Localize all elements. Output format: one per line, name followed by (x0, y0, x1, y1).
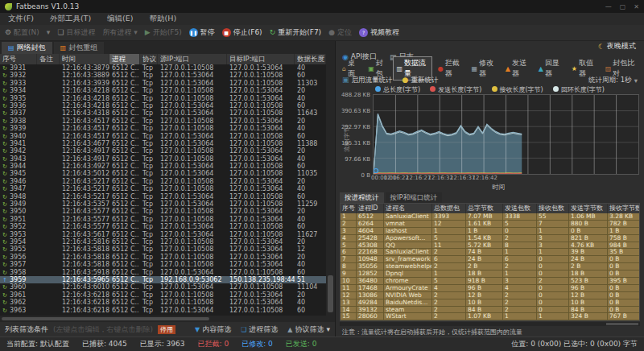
packet-row[interactable]: ↻395212:16:43:55776512 C..Tcp127.0.0.1:5… (0, 223, 326, 230)
packet-row[interactable]: ↻395012:16:43:55776512 C..Tcp127.0.0.1:1… (0, 208, 326, 215)
process-header-cell-5[interactable]: 发送包数 (503, 204, 537, 213)
process-row[interactable]: 1528060WStart21.07 KB11324 B767 B (341, 313, 639, 320)
toolbar-button-video-tutorial[interactable]: ?视频教程 (359, 27, 399, 38)
protocol-filter-button[interactable]: ▲协议筛选▾ (287, 324, 330, 335)
packet-row[interactable]: ↻394312:16:43:49176512 C..Tcp127.0.0.1:1… (0, 155, 326, 163)
header-cell-1[interactable]: 备注 (37, 54, 60, 64)
process-row[interactable]: 425428Apowersoft...51.54 KB23821 B758 B (341, 235, 639, 242)
process-row[interactable]: 622168SanluxiaClient274 B1139 B35 B (341, 249, 639, 256)
scrollbar-thumb[interactable] (606, 323, 638, 325)
packet-row[interactable]: ↻394512:16:43:50126512 C..Tcp127.0.0.1:5… (0, 170, 326, 177)
packet-row[interactable]: ↻395312:16:43:56176512 C..Tcp127.0.0.1:5… (0, 231, 326, 238)
filter-disabled-badge[interactable]: 停用 (158, 325, 175, 334)
packet-row[interactable]: ↻394212:16:43:49176512 C..Tcp127.0.0.1:1… (0, 147, 326, 155)
loopback-icon: ↻ (2, 308, 10, 314)
scrollbar-thumb[interactable] (2, 317, 209, 320)
process-header-cell-4[interactable]: 总字节数 (466, 204, 503, 213)
stat-tab-by-ip-port[interactable]: 按IP和端口统计 (386, 192, 443, 203)
packet-row[interactable]: ↻393312:16:43:39396512 C..Tcp127.0.0.1:5… (0, 80, 326, 87)
process-row[interactable]: 835056steamwebhelper22 B202 B0 B (341, 263, 639, 270)
packet-row[interactable]: ↻395812:16:43:59186512 C..Tcp127.0.0.1:5… (0, 269, 326, 276)
toolbar-button-pause[interactable]: ❚❚暂停 (189, 27, 215, 38)
packet-table-vertical-scrollbar[interactable] (326, 54, 335, 316)
toolbar-button-stop[interactable]: ■停止(F6) (222, 27, 262, 38)
packet-row[interactable]: ↻396212:16:43:62186512 C..Tcp127.0.0.1:1… (0, 299, 326, 306)
process-row[interactable]: 1036480chrome5918 B32523 B395 B (341, 278, 639, 285)
process-header-cell-1[interactable]: 进程ID (357, 204, 384, 213)
process-row[interactable]: 1117468ArmouryCrate496 B4096 B0 B (341, 285, 639, 292)
process-row[interactable]: 1349284BaiduNetdis...210 B2010 B0 B (341, 299, 639, 307)
packet-row[interactable]: ↻394712:16:43:52176512 C..Tcp127.0.0.1:1… (0, 185, 326, 192)
filter-edit-hint[interactable]: (左键点击编辑，右键点击删除) (53, 324, 153, 335)
packet-row[interactable]: ↻394912:16:43:53576512 C..Tcp127.0.0.1:5… (0, 200, 326, 208)
packet-row[interactable]: ↻395112:16:43:55776512 C..Tcp127.0.0.1:1… (0, 216, 326, 223)
close-button[interactable]: ✕ (634, 3, 639, 10)
packet-row[interactable]: ↑395912:16:43:59656512 C..Tcp192.168.0.9… (0, 276, 326, 283)
packet-row[interactable]: ↻395512:16:43:58186512 C..Tcp127.0.0.1:1… (0, 246, 326, 253)
process-header-cell-8[interactable]: 接收字节数 (608, 204, 640, 213)
packet-row[interactable]: ↻394012:16:43:45176512 C..Tcp127.0.0.1:5… (0, 133, 326, 140)
minimize-button[interactable]: — (605, 3, 612, 10)
restat-button[interactable]: ● 重新统计 (402, 76, 439, 85)
process-row[interactable]: 34604iashost11 B010 B1 B (341, 228, 639, 235)
process-table-horizontal-scrollbar[interactable] (340, 322, 640, 326)
packet-row[interactable]: ↻394812:16:43:52176512 C..Tcp127.0.0.1:5… (0, 193, 326, 200)
header-cell-3[interactable]: 进程 (109, 54, 140, 64)
chevron-down-icon[interactable]: ▾ (326, 325, 330, 333)
tab-packet-reassembly[interactable]: ▥封包重组 (54, 42, 105, 54)
process-header-cell-2[interactable]: 进程名 (384, 204, 432, 213)
header-cell-7[interactable]: 数据长度 (295, 54, 326, 64)
process-row[interactable]: 710948srv_framework624 B6024 B0 B (341, 256, 639, 263)
packet-row[interactable]: ↻393112:16:43:38796512 C..Tcp127.0.0.1:1… (0, 64, 326, 72)
header-cell-6[interactable]: 目标IP:端口 (227, 54, 295, 64)
process-row[interactable]: 16512SanluxiaClient33937.07 MB3338551.06… (341, 213, 639, 221)
header-cell-5[interactable]: 源IP:端口 (158, 54, 227, 64)
packet-row[interactable]: ↻393412:16:43:42186512 C..Tcp127.0.0.1:1… (0, 87, 326, 94)
process-row[interactable]: 545308QQ115.72 KB834.76 KB984 B (341, 242, 639, 250)
stats-period-select[interactable]: 1秒 (621, 76, 632, 85)
content-filter-button[interactable]: ▼内容筛选 (195, 324, 231, 335)
packet-row[interactable]: ↻396012:16:43:60106512 C..Tcp127.0.0.1:5… (0, 283, 326, 291)
scrollbar-thumb[interactable] (328, 275, 333, 312)
process-cell: chrome (384, 278, 432, 284)
stat-tab-by-process[interactable]: 按进程统计 (340, 192, 384, 203)
process-row[interactable]: 1213086NVIDIA Web212 B2012 B0 B (341, 292, 639, 299)
packet-row[interactable]: ↻396112:16:43:62186512 C..Tcp127.0.0.1:1… (0, 291, 326, 299)
enable-traffic-stats-toggle[interactable]: ▣ 启用流量统计 (342, 76, 393, 85)
header-cell-4[interactable]: 协议 (140, 54, 158, 64)
packet-row[interactable]: ↻394612:16:43:52176512 C..Tcp127.0.0.1:1… (0, 178, 326, 185)
process-header-cell-6[interactable]: 接收包数 (537, 204, 569, 213)
packet-row[interactable]: ↻393612:16:43:42186512 C..Tcp127.0.0.1:5… (0, 102, 326, 109)
packet-row[interactable]: ↻393212:16:43:38896512 C..Tcp127.0.0.1:5… (0, 72, 326, 79)
menu-item-0[interactable]: 文件(F) (8, 14, 34, 24)
tab-network-capture[interactable]: ▤网络封包 (2, 42, 52, 54)
process-row[interactable]: 912852Dpnql118 B1018 B0 B (341, 270, 639, 278)
process-filter-button[interactable]: ❏进程筛选 (241, 324, 278, 335)
packet-cell: 127.0.0.1:53064 (158, 307, 227, 314)
packet-row[interactable]: ↻393812:16:43:45176512 C..Tcp127.0.0.1:1… (0, 118, 326, 125)
maximize-button[interactable]: ▢ (620, 3, 626, 10)
toolbar-button-restart[interactable]: ↻重新开始(F7) (270, 27, 321, 38)
process-row[interactable]: 1439132steam284 B2084 B0 B (341, 307, 639, 314)
packet-row[interactable]: ↻396312:16:43:62186512 C..Tcp127.0.0.1:5… (0, 307, 326, 314)
chevron-down-icon[interactable]: ▾ (634, 76, 638, 85)
packet-row[interactable]: ↻395712:16:43:58186512 C..Tcp127.0.0.1:1… (0, 261, 326, 268)
menu-item-1[interactable]: 外部工具(T) (50, 14, 91, 24)
process-header-cell-3[interactable]: 总数据包 (432, 204, 466, 213)
process-header-cell-7[interactable]: 发送字节数 (569, 204, 608, 213)
packet-row[interactable]: ↻395612:16:43:58186512 C..Tcp127.0.0.1:1… (0, 254, 326, 261)
packet-table-horizontal-scrollbar[interactable] (0, 316, 335, 322)
menu-item-2[interactable]: 编辑(E) (107, 14, 133, 24)
packet-row[interactable]: ↻393712:16:43:43186512 C..Tcp127.0.0.1:5… (0, 109, 326, 117)
process-header-cell-0[interactable]: 序号 (341, 204, 357, 213)
night-mode-button[interactable]: 夜晚模式 (607, 41, 636, 52)
packet-row[interactable]: ↻394112:16:43:46776512 C..Tcp127.0.0.1:5… (0, 140, 326, 147)
process-row[interactable]: 26264vmnat121.61 KB57880 B782 B (341, 221, 639, 228)
packet-row[interactable]: ↻393512:16:43:42186512 C..Tcp127.0.0.1:1… (0, 95, 326, 102)
header-cell-2[interactable]: 时间 (60, 54, 109, 64)
packet-row[interactable]: ↻393912:16:43:45176512 C..Tcp127.0.0.1:1… (0, 125, 326, 132)
menu-item-3[interactable]: 帮助(H) (150, 14, 177, 24)
packet-row[interactable]: ↻395412:16:43:58166512 C..Tcp127.0.0.1:1… (0, 238, 326, 246)
header-cell-0[interactable]: 序号 (0, 54, 37, 64)
packet-row[interactable]: ↻394412:16:43:49276512 C..Tcp127.0.0.1:5… (0, 163, 326, 170)
